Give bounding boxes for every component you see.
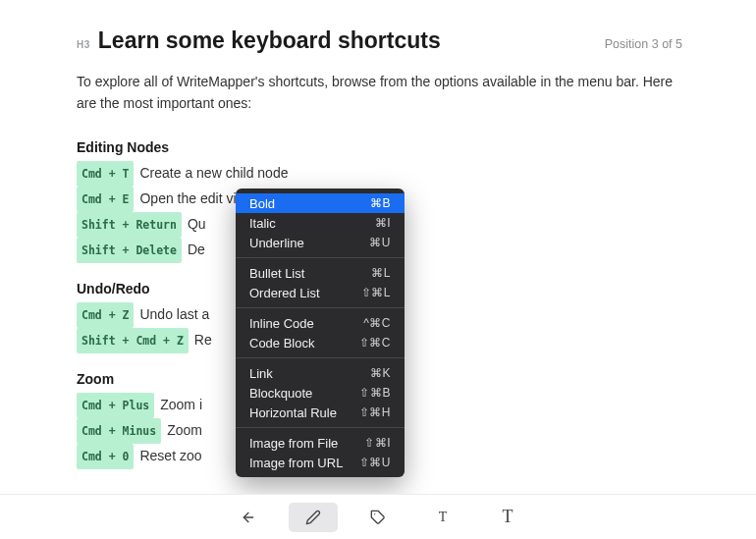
shortcut-desc: Zoom — [167, 422, 202, 438]
back-button[interactable] — [224, 503, 273, 532]
menu-item-shortcut: ⇧⌘H — [359, 405, 391, 419]
menu-item-label: Code Block — [249, 336, 314, 350]
format-context-menu[interactable]: Bold⌘B Italic⌘I Underline⌘U Bullet List⌘… — [236, 189, 405, 477]
menu-item-label: Italic — [249, 216, 276, 231]
shortcut-desc: Undo last a — [139, 306, 209, 322]
kbd: Cmd + Z — [77, 302, 134, 328]
shortcut-desc: Create a new child node — [139, 165, 288, 181]
tag-button[interactable] — [353, 503, 403, 532]
menu-item-ordered-list[interactable]: Ordered List⇧⌘L — [236, 283, 405, 302]
menu-item-label: Image from URL — [249, 456, 343, 470]
menu-item-blockquote[interactable]: Blockquote⇧⌘B — [236, 383, 405, 403]
menu-item-shortcut: ⇧⌘C — [359, 336, 391, 350]
menu-item-shortcut: ⇧⌘I — [364, 436, 391, 450]
edit-button[interactable] — [289, 503, 338, 532]
menu-item-label: Horizontal Rule — [249, 405, 337, 420]
menu-item-shortcut: ⌘L — [371, 266, 391, 280]
menu-item-shortcut: ⌘I — [375, 216, 391, 230]
menu-group: Bold⌘B Italic⌘I Underline⌘U — [236, 193, 405, 252]
kbd: Cmd + 0 — [77, 444, 134, 469]
page-title: Learn some keyboard shortcuts — [98, 27, 605, 54]
kbd: Shift + Cmd + Z — [77, 328, 189, 353]
pencil-icon — [305, 510, 321, 525]
menu-item-shortcut: ⌘U — [369, 236, 391, 249]
menu-item-label: Bold — [249, 196, 275, 211]
heading-level-badge: H3 — [77, 39, 90, 50]
menu-item-shortcut: ⇧⌘B — [359, 386, 391, 400]
arrow-left-icon — [241, 510, 256, 525]
menu-item-shortcut: ⇧⌘U — [359, 456, 391, 469]
menu-item-label: Underline — [249, 236, 304, 250]
kbd: Cmd + Minus — [77, 418, 161, 444]
shortcut-desc: De — [188, 242, 205, 257]
menu-item-label: Image from File — [249, 436, 338, 451]
menu-item-image-from-file[interactable]: Image from File⇧⌘I — [236, 433, 405, 453]
menu-item-inline-code[interactable]: Inline Code^⌘C — [236, 313, 405, 333]
type-small-icon: T — [439, 510, 448, 525]
menu-group: Image from File⇧⌘I Image from URL⇧⌘U — [236, 427, 405, 472]
menu-group: Link⌘K Blockquote⇧⌘B Horizontal Rule⇧⌘H — [236, 357, 405, 422]
menu-item-bullet-list[interactable]: Bullet List⌘L — [236, 263, 405, 283]
kbd: Shift + Return — [77, 212, 182, 238]
menu-item-horizontal-rule[interactable]: Horizontal Rule⇧⌘H — [236, 403, 405, 422]
menu-item-image-from-url[interactable]: Image from URL⇧⌘U — [236, 453, 405, 472]
shortcut-desc: Reset zoo — [139, 448, 201, 463]
shortcut-desc: Re — [194, 332, 212, 348]
lead-paragraph: To explore all of WriteMapper's shortcut… — [77, 72, 682, 114]
tag-icon — [370, 510, 386, 525]
menu-item-shortcut: ⇧⌘L — [361, 286, 391, 299]
shortcut-desc: Zoom i — [160, 397, 202, 412]
menu-item-label: Link — [249, 366, 273, 381]
menu-item-label: Blockquote — [249, 386, 312, 401]
kbd: Cmd + E — [77, 187, 134, 212]
text-small-button[interactable]: T — [418, 503, 467, 532]
menu-item-link[interactable]: Link⌘K — [236, 363, 405, 383]
kbd: Cmd + Plus — [77, 393, 154, 418]
menu-item-shortcut: ⌘B — [370, 196, 391, 210]
menu-group: Inline Code^⌘C Code Block⇧⌘C — [236, 307, 405, 352]
menu-item-label: Ordered List — [249, 286, 320, 300]
shortcut-row: Cmd + TCreate a new child node — [77, 161, 682, 187]
menu-item-label: Inline Code — [249, 316, 314, 331]
section-title: Editing Nodes — [77, 139, 682, 155]
menu-item-italic[interactable]: Italic⌘I — [236, 213, 405, 233]
menu-item-shortcut: ^⌘C — [363, 316, 391, 330]
bottom-toolbar: T T — [0, 494, 756, 539]
menu-item-label: Bullet List — [249, 266, 304, 281]
menu-item-code-block[interactable]: Code Block⇧⌘C — [236, 333, 405, 352]
menu-group: Bullet List⌘L Ordered List⇧⌘L — [236, 257, 405, 302]
type-large-icon: T — [503, 507, 513, 527]
position-indicator: Position 3 of 5 — [605, 37, 682, 51]
menu-item-underline[interactable]: Underline⌘U — [236, 233, 405, 252]
text-large-button[interactable]: T — [483, 503, 532, 532]
header-row: H3 Learn some keyboard shortcuts Positio… — [77, 27, 682, 54]
menu-item-bold[interactable]: Bold⌘B — [236, 193, 405, 213]
kbd: Shift + Delete — [77, 238, 182, 263]
kbd: Cmd + T — [77, 161, 134, 187]
menu-item-shortcut: ⌘K — [370, 366, 391, 380]
shortcut-desc: Qu — [188, 216, 206, 232]
